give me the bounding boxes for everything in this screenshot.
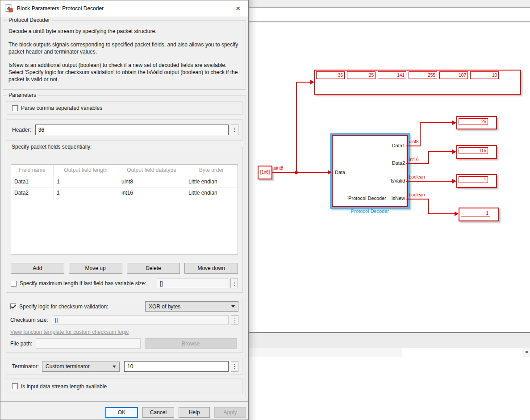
cell-field-length[interactable]: 1 [54, 187, 118, 198]
display-block-isnew[interactable]: 1 [459, 208, 499, 221]
wire-source-to-data[interactable] [272, 172, 329, 173]
scope-cell: 141 [378, 71, 406, 79]
terminator-panel: Terminator: Custom terminator [6, 358, 243, 375]
scope-cell: 255 [409, 71, 437, 79]
checksum-checkbox[interactable] [10, 304, 16, 309]
terminator-input[interactable] [124, 361, 229, 372]
cell-byte-order[interactable]: Little endian [185, 187, 238, 198]
wire-branch-to-scope[interactable] [296, 82, 310, 83]
delete-button[interactable]: Delete [127, 263, 180, 274]
cancel-button[interactable]: Cancel [142, 407, 174, 418]
scope-cell: 36 [316, 71, 345, 79]
toolbar-band [248, 8, 530, 21]
display-block-data1[interactable]: 25 [456, 116, 497, 129]
display-value: -115 [459, 147, 488, 154]
scope-cell: 25 [347, 71, 376, 79]
packet-fields-group-label: Specify packet fields sequentially: [10, 144, 93, 150]
description-group-label: Protocol Decoder [7, 17, 52, 23]
terminator-dropdown[interactable]: Custom terminator [42, 362, 120, 372]
scope-cell: 107 [439, 71, 468, 79]
description-paragraph: The block outputs signals corresponding … [8, 41, 240, 55]
wire-data2-a[interactable] [406, 163, 429, 164]
move-up-button[interactable]: Move up [69, 263, 122, 274]
table-row[interactable]: Data2 1 int16 Little endian [11, 187, 238, 198]
ok-button[interactable]: OK [105, 407, 138, 418]
checksum-label: Specify logic for checksum validation: [19, 304, 145, 310]
signal-label-isnew[interactable]: boolean [409, 192, 425, 197]
description-paragraph: IsNew is an additional output (boolean) … [8, 62, 240, 83]
column-header[interactable]: Output field datatype [118, 165, 185, 176]
wire-isnew-a[interactable] [406, 199, 429, 200]
terminator-label: Terminator: [12, 363, 39, 370]
display-block-isvalid[interactable]: 1 [456, 174, 497, 188]
parse-csv-checkbox[interactable] [12, 105, 18, 111]
wire-branch-up[interactable] [296, 82, 297, 173]
output-port-label-data2: Data2 [392, 160, 405, 166]
checksum-logic-dropdown[interactable]: XOR of bytes [145, 301, 238, 312]
cell-field-datatype[interactable]: uint8 [118, 176, 185, 187]
table-row[interactable]: Data1 1 uint8 Little endian [11, 176, 238, 187]
packet-fields-table[interactable]: Field name Output field length Output fi… [11, 164, 238, 255]
dialog-title: Block Parameters: Protocol Decoder [17, 5, 232, 12]
display-block-data2[interactable]: -115 [456, 145, 497, 159]
footer-separator [0, 401, 248, 402]
wire-arrowhead-display2 [452, 150, 456, 154]
cell-field-datatype[interactable]: int16 [118, 187, 185, 198]
column-header[interactable]: Output field length [54, 165, 118, 176]
input-port-label-data: Data [335, 170, 345, 175]
signal-label-isvalid[interactable]: boolean [409, 175, 425, 179]
wire-data1-a[interactable] [406, 146, 421, 146]
move-down-button[interactable]: Move down [184, 263, 238, 274]
parameters-group: Parameters Parse comma seperated variabl… [3, 95, 246, 397]
cell-field-name[interactable]: Data2 [11, 187, 54, 198]
signal-label-data2[interactable]: int16 [409, 157, 419, 162]
decoder-block-name[interactable]: Protocol Decoder [330, 208, 410, 214]
toolbar-divider-bottom [248, 21, 530, 22]
add-button[interactable]: Add [11, 263, 64, 274]
statusbar-band [248, 333, 530, 348]
checksum-logic-value: XOR of bytes [149, 304, 231, 310]
view-template-link[interactable]: View function template for custom checks… [10, 329, 129, 335]
wire-data1-b[interactable] [420, 122, 421, 146]
protocol-decoder-block[interactable]: Data Data1 Data2 IsValid IsNew Protocol … [330, 133, 410, 209]
cell-field-name[interactable]: Data1 [11, 176, 54, 187]
display-value: 25 [459, 118, 488, 125]
parse-csv-panel: Parse comma seperated variables [6, 101, 243, 115]
checksum-size-input[interactable] [52, 315, 229, 325]
header-input[interactable] [35, 125, 229, 135]
wire-arrowhead-display4 [455, 212, 459, 216]
signal-label-input[interactable]: uint8 [274, 166, 284, 170]
source-block-1x6[interactable]: [1x6] [258, 166, 272, 179]
close-icon[interactable]: ✕ [232, 5, 244, 12]
wire-isvalid[interactable] [406, 181, 453, 182]
protocol-decoder-block-body[interactable]: Data Data1 Data2 IsValid IsNew Protocol … [332, 135, 408, 207]
dialog-titlebar[interactable]: Block Parameters: Protocol Decoder ✕ [0, 0, 248, 17]
max-length-input[interactable] [157, 279, 228, 288]
cell-byte-order[interactable]: Little endian [185, 176, 238, 187]
block-parameters-dialog: Block Parameters: Protocol Decoder ✕ Pro… [0, 0, 249, 420]
wire-isnew-b[interactable] [428, 199, 429, 214]
browse-button: Browse [145, 338, 237, 349]
parse-csv-label: Parse comma seperated variables [21, 105, 102, 111]
column-header[interactable]: Byte order [185, 165, 238, 176]
cell-field-length[interactable]: 1 [54, 176, 118, 187]
header-more-button[interactable] [231, 125, 238, 135]
help-button[interactable]: Help [179, 407, 210, 418]
decoder-inner-title: Protocol Decoder [348, 195, 386, 201]
table-header-row: Field name Output field length Output fi… [11, 165, 238, 176]
signal-label-data1[interactable]: uint8 [409, 139, 419, 144]
stream-length-checkbox[interactable] [12, 383, 18, 389]
checksum-size-more-button [231, 315, 238, 325]
wire-isnew-c[interactable] [428, 213, 455, 214]
scope-display-block[interactable]: 36 25 141 255 107 10 [314, 70, 521, 95]
chevron-down-icon [113, 366, 116, 370]
column-header[interactable]: Field name [11, 165, 54, 176]
wire-data1-c[interactable] [420, 122, 453, 123]
header-label: Header: [12, 127, 31, 133]
wire-data2-c[interactable] [428, 151, 453, 152]
max-length-more-button [230, 279, 238, 288]
terminator-more-button[interactable] [231, 361, 238, 372]
max-length-checkbox[interactable] [11, 281, 17, 287]
wire-data2-b[interactable] [428, 151, 429, 164]
parameters-group-label: Parameters [7, 92, 38, 98]
